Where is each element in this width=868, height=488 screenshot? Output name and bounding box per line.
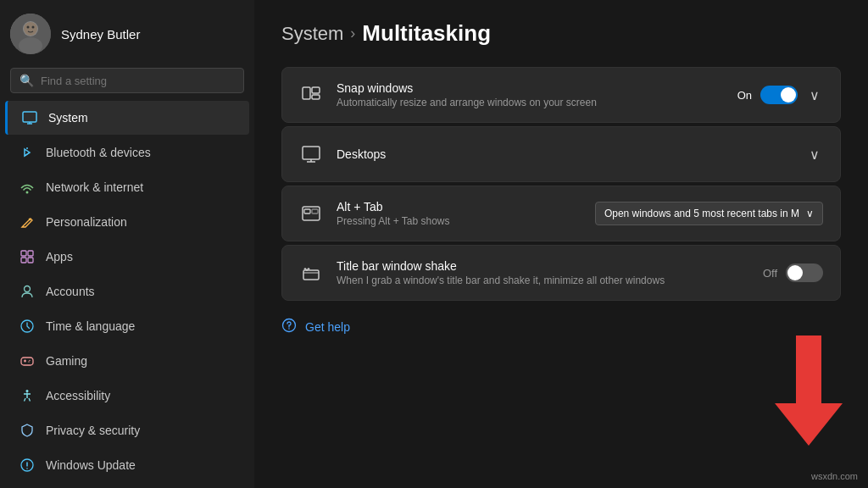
sidebar-item-privacy-label: Privacy & security [46,424,140,437]
sidebar-item-update[interactable]: Windows Update [5,448,249,482]
alt-tab-dropdown-label: Open windows and 5 most recent tabs in M [604,208,799,219]
search-icon: 🔍 [19,74,34,87]
alt-tab-row: Alt + Tab Pressing Alt + Tab shows Open … [282,186,840,241]
snap-windows-text: Snap windows Automatically resize and ar… [337,81,724,108]
svg-rect-12 [28,251,33,256]
svg-point-4 [27,26,30,29]
toggle-thumb [781,87,796,103]
snap-windows-subtitle: Automatically resize and arrange windows… [337,97,724,108]
breadcrumb-parent[interactable]: System [281,23,343,45]
sidebar-item-apps-label: Apps [46,250,73,263]
page-title: Multitasking [362,20,491,47]
sidebar-item-apps[interactable]: Apps [5,240,249,274]
svg-rect-14 [28,258,33,263]
svg-rect-28 [303,147,320,159]
sidebar-item-privacy[interactable]: Privacy & security [5,413,249,447]
snap-windows-card: Snap windows Automatically resize and ar… [281,67,841,123]
network-icon [19,179,36,196]
search-box[interactable]: 🔍 [10,68,244,93]
alt-tab-dropdown[interactable]: Open windows and 5 most recent tabs in M… [595,202,823,225]
sidebar-item-update-label: Windows Update [46,458,136,472]
sidebar-item-accounts[interactable]: Accounts [5,274,249,308]
breadcrumb: System › Multitasking [281,20,841,47]
snap-windows-row: Snap windows Automatically resize and ar… [282,68,840,122]
title-bar-shake-toggle[interactable] [786,263,823,282]
red-arrow [758,336,860,471]
sidebar-item-bluetooth-label: Bluetooth & devices [46,146,151,159]
desktops-row: Desktops ∨ [282,127,840,181]
get-help-label: Get help [305,320,350,334]
svg-point-3 [24,22,37,36]
svg-point-22 [26,390,29,392]
title-bar-shake-title: Title bar window shake [337,259,749,273]
personalization-icon [19,214,36,230]
title-bar-shake-card: Title bar window shake When I grab a win… [281,245,841,301]
title-bar-shake-subtitle: When I grab a window's title bar and sha… [337,274,749,286]
apps-icon [19,248,36,265]
svg-rect-6 [23,112,36,122]
svg-rect-26 [312,87,320,93]
svg-rect-33 [312,209,318,214]
svg-point-15 [25,286,31,292]
breadcrumb-separator: › [350,25,355,42]
sidebar-item-network-label: Network & internet [46,180,143,194]
svg-rect-17 [21,358,33,365]
svg-rect-34 [303,270,319,280]
sidebar-nav: System Bluetooth & devices [0,100,254,483]
sidebar: Sydney Butler 🔍 System [0,0,254,488]
snap-windows-control: On ∨ [737,84,823,107]
alt-tab-text: Alt + Tab Pressing Alt + Tab shows [337,200,581,227]
sidebar-item-gaming[interactable]: Gaming [5,344,249,378]
svg-rect-32 [304,209,310,214]
sidebar-item-system-label: System [48,111,88,125]
watermark: wsxdn.com [811,471,858,481]
svg-marker-39 [775,336,843,446]
svg-point-5 [32,26,35,29]
alt-tab-icon [299,202,323,225]
desktops-control: ∨ [806,143,823,166]
gaming-icon [19,352,36,369]
system-icon [21,109,38,126]
snap-windows-title: Snap windows [337,81,724,95]
get-help-link[interactable]: Get help [281,314,841,339]
snap-windows-icon [299,83,323,107]
sidebar-item-time-label: Time & language [46,319,135,333]
svg-rect-11 [21,251,26,256]
sidebar-item-gaming-label: Gaming [46,354,87,368]
alt-tab-subtitle: Pressing Alt + Tab shows [337,215,581,227]
desktops-title: Desktops [337,147,793,161]
search-input[interactable] [41,75,235,87]
sidebar-item-network[interactable]: Network & internet [5,170,249,204]
svg-point-24 [26,468,28,469]
sidebar-item-personalization-label: Personalization [46,215,127,229]
user-name: Sydney Butler [61,27,140,42]
alt-tab-dropdown-chevron: ∨ [806,208,814,219]
desktops-icon [299,142,323,166]
avatar [10,14,51,54]
content-area: System › Multitasking Snap windows Autom… [254,0,868,488]
snap-windows-toggle[interactable] [760,86,798,104]
sidebar-item-accessibility[interactable]: Accessibility [5,379,249,413]
privacy-icon [19,422,36,439]
title-bar-shake-icon [299,261,323,285]
title-bar-shake-row: Title bar window shake When I grab a win… [282,246,840,300]
alt-tab-title: Alt + Tab [337,200,581,214]
sidebar-item-bluetooth[interactable]: Bluetooth & devices [5,136,249,169]
svg-point-2 [19,37,42,54]
alt-tab-card: Alt + Tab Pressing Alt + Tab shows Open … [281,186,841,241]
sidebar-item-personalization[interactable]: Personalization [5,205,249,239]
svg-point-21 [28,361,29,362]
sidebar-item-system[interactable]: System [5,101,249,135]
desktops-expand[interactable]: ∨ [806,143,823,166]
title-bar-shake-control: Off [763,263,823,282]
snap-on-label: On [737,89,752,102]
snap-windows-expand[interactable]: ∨ [806,84,823,107]
get-help-icon [281,318,297,336]
sidebar-item-accessibility-label: Accessibility [46,389,110,402]
svg-point-20 [29,360,30,361]
desktops-text: Desktops [337,147,793,161]
toggle-thumb-off [787,265,803,280]
sidebar-item-time[interactable]: Time & language [5,309,249,343]
accounts-icon [19,283,36,300]
svg-point-37 [288,328,290,330]
